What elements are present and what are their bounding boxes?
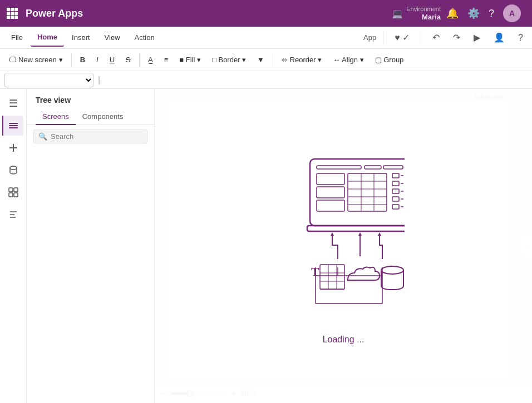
- svg-marker-40: [358, 232, 362, 236]
- svg-rect-33: [392, 189, 399, 193]
- strikethrough-button[interactable]: S: [121, 52, 135, 68]
- loading-overlay: T Loading ...: [155, 89, 532, 403]
- layers-icon: [8, 120, 19, 131]
- chevron-down-icon: ▾: [59, 56, 63, 64]
- svg-rect-7: [14, 188, 18, 192]
- search-icon: 🔍: [38, 132, 47, 141]
- search-input[interactable]: [51, 132, 142, 141]
- screen-icon: 🖵: [9, 56, 16, 64]
- svg-rect-29: [392, 173, 399, 178]
- svg-rect-0: [9, 123, 18, 124]
- sidebar-layers-button[interactable]: [2, 116, 23, 136]
- chevron-down-fill-button[interactable]: ▼: [253, 52, 269, 68]
- reorder-button[interactable]: ⬄ Reorder ▾: [277, 52, 326, 68]
- redo-button[interactable]: ↷: [449, 30, 465, 45]
- tree-view-title: Tree view: [27, 89, 154, 109]
- svg-rect-21: [317, 200, 344, 211]
- add-icon: [8, 142, 19, 153]
- svg-rect-1: [9, 125, 18, 126]
- new-screen-label: New screen: [18, 56, 57, 64]
- menu-home[interactable]: Home: [31, 29, 64, 47]
- svg-rect-18: [383, 166, 403, 169]
- new-screen-button[interactable]: 🖵 New screen ▾: [4, 52, 67, 68]
- bold-button[interactable]: B: [76, 52, 90, 68]
- svg-marker-39: [331, 232, 334, 236]
- italic-button[interactable]: I: [92, 52, 103, 68]
- group-button[interactable]: ▢ Group: [371, 52, 408, 68]
- search-container: 🔍: [27, 125, 154, 148]
- menu-insert[interactable]: Insert: [65, 29, 97, 47]
- formula-bar: |: [0, 71, 532, 89]
- svg-rect-9: [14, 193, 18, 197]
- app-title: Power Apps: [26, 8, 83, 19]
- tree-tabs: Screens Components: [27, 109, 154, 125]
- variables-icon: [8, 209, 19, 220]
- sidebar-data-button[interactable]: [3, 160, 23, 180]
- app-label: App: [363, 33, 376, 42]
- help-icon[interactable]: ?: [489, 8, 494, 19]
- settings-icon[interactable]: ⚙️: [467, 7, 480, 19]
- env-name: Maria: [422, 13, 441, 22]
- play-button[interactable]: ▶: [469, 30, 485, 45]
- main-layout: ☰: [0, 89, 532, 403]
- loading-text: Loading ...: [323, 335, 364, 345]
- svg-point-5: [10, 166, 17, 170]
- notification-icon[interactable]: 🔔: [446, 7, 459, 19]
- font-color-button[interactable]: A̲: [144, 52, 157, 68]
- tab-screens[interactable]: Screens: [36, 109, 76, 125]
- sidebar-variables-button[interactable]: [3, 205, 23, 225]
- undo-button[interactable]: ↶: [428, 30, 444, 45]
- fill-button[interactable]: ■ Fill ▾: [175, 52, 205, 68]
- svg-rect-37: [392, 205, 399, 209]
- sidebar-components-button[interactable]: [3, 182, 23, 202]
- env-label: Environment: [406, 6, 441, 13]
- environment-info: 💻 Environment Maria: [392, 6, 441, 22]
- border-button[interactable]: □ Border ▾: [208, 52, 250, 68]
- formula-separator: |: [98, 75, 100, 85]
- svg-text:T: T: [311, 265, 319, 278]
- user-button[interactable]: 👤: [489, 30, 509, 45]
- components-icon: [8, 187, 19, 198]
- svg-rect-8: [9, 193, 13, 197]
- search-box[interactable]: 🔍: [33, 130, 147, 143]
- tab-components[interactable]: Components: [76, 109, 130, 125]
- menu-file[interactable]: File: [4, 29, 29, 47]
- help-menu-button[interactable]: ?: [514, 31, 528, 45]
- svg-rect-19: [317, 173, 344, 185]
- svg-rect-16: [317, 166, 361, 169]
- canvas-area: T Loading ... Advanced ›: [155, 89, 532, 403]
- svg-rect-14: [307, 226, 405, 231]
- svg-point-49: [381, 266, 403, 274]
- svg-rect-43: [320, 265, 344, 289]
- top-bar-icons: 🔔 ⚙️ ? A: [446, 4, 521, 22]
- loading-illustration: T: [282, 148, 405, 326]
- sidebar-add-button[interactable]: [3, 138, 23, 158]
- app-grid-button[interactable]: [7, 8, 18, 19]
- svg-rect-20: [317, 187, 344, 198]
- svg-rect-31: [392, 181, 399, 186]
- svg-rect-17: [364, 166, 381, 169]
- tree-view-panel: Tree view Screens Components 🔍: [27, 89, 155, 403]
- align-button[interactable]: ≡: [160, 52, 173, 68]
- svg-rect-6: [9, 188, 13, 192]
- avatar[interactable]: A: [503, 4, 521, 22]
- data-icon: [8, 165, 19, 176]
- grid-icon: [7, 8, 18, 19]
- underline-button[interactable]: U: [105, 52, 119, 68]
- svg-rect-22: [348, 173, 387, 211]
- top-bar: Power Apps 💻 Environment Maria 🔔 ⚙️ ? A: [0, 0, 532, 27]
- menu-view[interactable]: View: [98, 29, 127, 47]
- svg-rect-2: [9, 127, 18, 128]
- formula-select[interactable]: [4, 73, 93, 87]
- align-objects-button[interactable]: ↔ Align ▾: [328, 52, 368, 68]
- menu-bar: File Home Insert View Action App ♥ ✓ ↶ ↷…: [0, 27, 532, 49]
- menu-action[interactable]: Action: [128, 29, 161, 47]
- left-sidebar: ☰: [0, 89, 27, 403]
- svg-rect-35: [392, 197, 399, 201]
- sidebar-menu-button[interactable]: ☰: [3, 93, 23, 113]
- toolbar: 🖵 New screen ▾ B I U S A̲ ≡ ■ Fill ▾ □ B…: [0, 49, 532, 71]
- svg-marker-41: [378, 232, 381, 236]
- health-check-button[interactable]: ♥ ✓: [390, 30, 414, 45]
